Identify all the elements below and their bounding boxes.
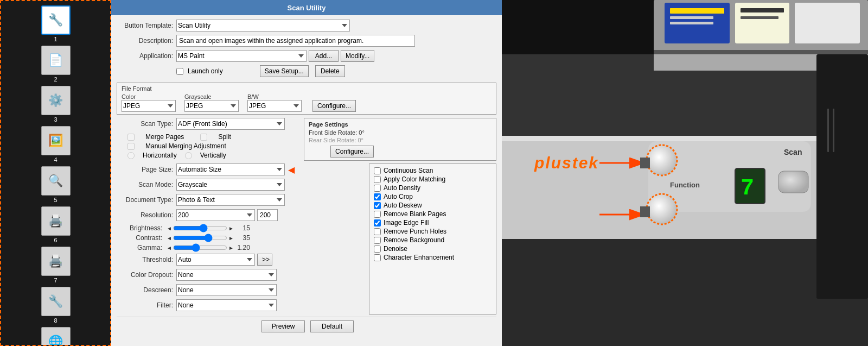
brightness-right-arrow[interactable]: ► [227, 225, 235, 231]
button-template-label: Button Template: [117, 22, 176, 29]
delete-button[interactable]: Delete [315, 65, 345, 77]
gamma-left-arrow[interactable]: ◄ [165, 245, 173, 251]
preview-button[interactable]: Preview [261, 320, 305, 332]
contrast-label: Contrast: [117, 234, 165, 242]
denoise-label: Denoise [384, 245, 407, 253]
bw-format-dropdown[interactable]: JPEG [247, 100, 302, 112]
filter-row: Filter: None [117, 299, 366, 311]
threshold-row: Threshold: Auto >> [117, 254, 366, 266]
sidebar-icon-5: 🔍 [41, 166, 71, 196]
contrast-right-arrow[interactable]: ► [227, 235, 235, 241]
page-size-dropdown[interactable]: Automatic Size [176, 163, 285, 175]
horizontally-radio[interactable] [127, 152, 135, 159]
image-edge-fill-label: Image Edge Fill [384, 219, 429, 227]
merge-pages-checkbox[interactable] [127, 134, 135, 141]
scan-type-section: Scan Type: ADF (Front Side) Merge Pages … [117, 118, 299, 161]
save-setup-button[interactable]: Save Setup... [260, 65, 309, 77]
resolution-dropdown[interactable]: 200 [176, 209, 255, 221]
scan-type-dropdown[interactable]: ADF (Front Side) [176, 118, 285, 130]
brightness-slider[interactable] [173, 224, 227, 232]
scan-mode-dropdown[interactable]: Grayscale [176, 179, 285, 191]
apply-color-matching-row: Apply Color Matching [374, 175, 492, 183]
resolution-input[interactable] [257, 209, 278, 221]
descreen-dropdown[interactable]: None [176, 284, 277, 296]
scan-mode-row: Scan Mode: Grayscale [117, 179, 366, 191]
apply-color-matching-checkbox[interactable] [374, 176, 381, 183]
filter-label: Filter: [117, 301, 176, 309]
default-button[interactable]: Default [310, 320, 354, 332]
threshold-dropdown[interactable]: Auto [176, 254, 255, 266]
contrast-slider[interactable] [173, 234, 227, 242]
scanner-image-panel: plustek Scan Function [502, 0, 868, 346]
remove-background-checkbox[interactable] [374, 237, 381, 244]
threshold-more-btn[interactable]: >> [257, 254, 272, 266]
image-edge-fill-checkbox[interactable] [374, 219, 381, 227]
remove-blank-pages-checkbox[interactable] [374, 211, 381, 218]
auto-density-checkbox[interactable] [374, 185, 381, 192]
launch-only-checkbox[interactable] [176, 68, 183, 75]
page-settings-title: Page Settings [309, 121, 492, 128]
application-dropdown[interactable]: MS Paint [176, 50, 307, 62]
resolution-label: Resolution: [117, 211, 176, 219]
split-checkbox[interactable] [200, 134, 207, 141]
configure-button-2[interactable]: Configure... [330, 146, 374, 158]
sidebar-item-4[interactable]: 🖼️ 4 [34, 126, 78, 163]
contrast-row: Contrast: ◄ ► 35 [117, 234, 366, 242]
sidebar-item-5[interactable]: 🔍 5 [34, 166, 78, 203]
launch-only-container: Launch only Save Setup... Delete [176, 65, 345, 77]
filter-dropdown[interactable]: None [176, 299, 277, 311]
add-button[interactable]: Add... [309, 50, 339, 62]
vertically-radio[interactable] [185, 152, 192, 159]
sidebar-item-9[interactable]: 🌐 9 [34, 327, 78, 346]
svg-rect-31 [827, 109, 829, 152]
sidebar-item-7[interactable]: 🖨️ 7 [34, 247, 78, 284]
document-type-dropdown[interactable]: Photo & Text [176, 194, 285, 206]
scan-type-row: Scan Type: ADF (Front Side) [117, 118, 299, 130]
gamma-right-arrow[interactable]: ► [227, 245, 235, 251]
button-template-dropdown[interactable]: Scan Utility [176, 20, 350, 32]
sidebar-item-8[interactable]: 🔧 8 [34, 287, 78, 324]
resolution-row: Resolution: 200 [117, 209, 366, 221]
color-format-dropdown[interactable]: JPEG [122, 100, 176, 112]
title-bar: Scan Utility [111, 0, 502, 15]
auto-density-label: Auto Density [384, 184, 420, 192]
auto-deskew-checkbox[interactable] [374, 202, 381, 209]
color-dropout-row: Color Dropout: None [117, 269, 366, 281]
character-enhancement-checkbox[interactable] [374, 254, 381, 261]
modify-button[interactable]: Modify... [341, 50, 374, 62]
sidebar-item-6[interactable]: 🖨️ 6 [34, 206, 78, 243]
gamma-slider[interactable] [173, 244, 227, 251]
svg-rect-3 [670, 8, 724, 14]
denoise-checkbox[interactable] [374, 246, 381, 253]
sidebar-label-7: 7 [54, 277, 57, 284]
auto-crop-checkbox[interactable] [374, 193, 381, 200]
horizontally-label: Horizontally [143, 152, 177, 159]
brightness-left-arrow[interactable]: ◄ [165, 225, 173, 231]
color-format-col: Color JPEG [122, 93, 176, 112]
sidebar-icon-3: ⚙️ [41, 86, 71, 115]
bw-format-col: B/W JPEG [247, 93, 302, 112]
sidebar-item-3[interactable]: ⚙️ 3 [34, 86, 78, 123]
document-type-label: Document Type: [117, 196, 176, 204]
manual-merge-checkbox[interactable] [127, 143, 135, 150]
sidebar-icon-4: 🖼️ [41, 126, 71, 155]
sidebar-item-1[interactable]: 🔧 1 [34, 5, 78, 42]
auto-crop-label: Auto Crop [384, 193, 413, 200]
descreen-label: Descreen: [117, 286, 176, 294]
scan-mode-label: Scan Mode: [117, 181, 176, 188]
page-size-label: Page Size: [117, 166, 176, 173]
svg-rect-7 [741, 8, 784, 12]
sidebar-item-2[interactable]: 📄 2 [34, 46, 78, 83]
svg-text:7: 7 [741, 175, 754, 202]
remove-punch-holes-checkbox[interactable] [374, 228, 381, 235]
description-row: Description: [117, 35, 496, 47]
color-dropout-dropdown[interactable]: None [176, 269, 277, 281]
description-input[interactable] [176, 35, 415, 47]
configure-button[interactable]: Configure... [312, 100, 356, 112]
button-template-row: Button Template: Scan Utility [117, 20, 496, 32]
contrast-left-arrow[interactable]: ◄ [165, 235, 173, 241]
file-format-row: Color JPEG Grayscale JPEG B/W JPEG [122, 93, 492, 112]
merge-split-row: Merge Pages Split [127, 133, 299, 141]
continuous-scan-checkbox[interactable] [374, 167, 381, 174]
grayscale-format-dropdown[interactable]: JPEG [184, 100, 239, 112]
